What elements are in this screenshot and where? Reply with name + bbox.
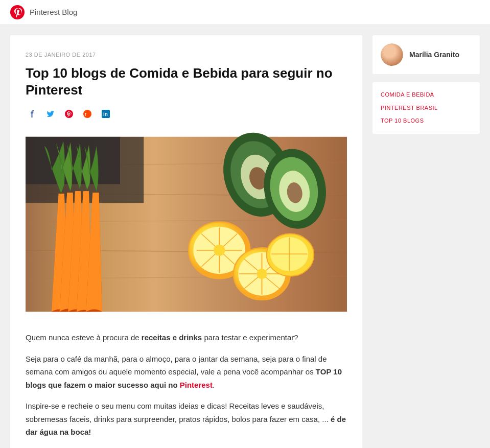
author-avatar-image xyxy=(381,43,403,66)
svg-point-29 xyxy=(214,245,225,256)
author-name: Marília Granito xyxy=(409,49,459,60)
tag-pinterest-brasil[interactable]: PINTEREST BRASIL xyxy=(381,104,472,113)
twitter-share-button[interactable] xyxy=(44,107,57,121)
site-header: Pinterest Blog xyxy=(0,0,490,25)
header-title: Pinterest Blog xyxy=(30,6,77,18)
svg-text:in: in xyxy=(103,111,108,117)
page-wrapper: 23 DE JANEIRO DE 2017 Top 10 blogs de Co… xyxy=(0,25,490,448)
hero-image xyxy=(26,130,347,319)
reddit-share-button[interactable]: r xyxy=(81,107,94,121)
pinterest-logo-icon xyxy=(10,5,25,19)
pinterest-link[interactable]: Pinterest xyxy=(180,381,213,389)
svg-text:r: r xyxy=(85,111,87,117)
avatar xyxy=(381,43,403,66)
sidebar: Marília Granito COMIDA E BEBIDA PINTERES… xyxy=(372,35,480,134)
article-title: Top 10 blogs de Comida e Bebida para seg… xyxy=(26,65,347,100)
tag-top10blogs[interactable]: TOP 10 BLOGS xyxy=(381,116,472,126)
facebook-share-button[interactable] xyxy=(26,107,39,121)
tags-card: COMIDA E BEBIDA PINTEREST BRASIL TOP 10 … xyxy=(372,82,480,134)
social-icons-row: r in xyxy=(26,107,347,121)
tag-comida-bebida[interactable]: COMIDA E BEBIDA xyxy=(381,90,472,100)
svg-point-37 xyxy=(256,269,267,279)
pinterest-share-button[interactable] xyxy=(62,107,76,121)
article-paragraph-1: Quem nunca esteve à procura de receitas … xyxy=(26,331,347,344)
author-card: Marília Granito xyxy=(372,35,480,74)
main-content: 23 DE JANEIRO DE 2017 Top 10 blogs de Co… xyxy=(10,35,362,448)
linkedin-share-button[interactable]: in xyxy=(99,107,112,121)
article-date: 23 DE JANEIRO DE 2017 xyxy=(26,51,347,60)
article-paragraph-3: Inspire-se e recheie o seu menu com muit… xyxy=(26,399,347,439)
article-body: Quem nunca esteve à procura de receitas … xyxy=(26,331,347,448)
article-paragraph-2: Seja para o café da manhã, para o almoço… xyxy=(26,352,347,392)
hero-image-container xyxy=(26,130,347,319)
